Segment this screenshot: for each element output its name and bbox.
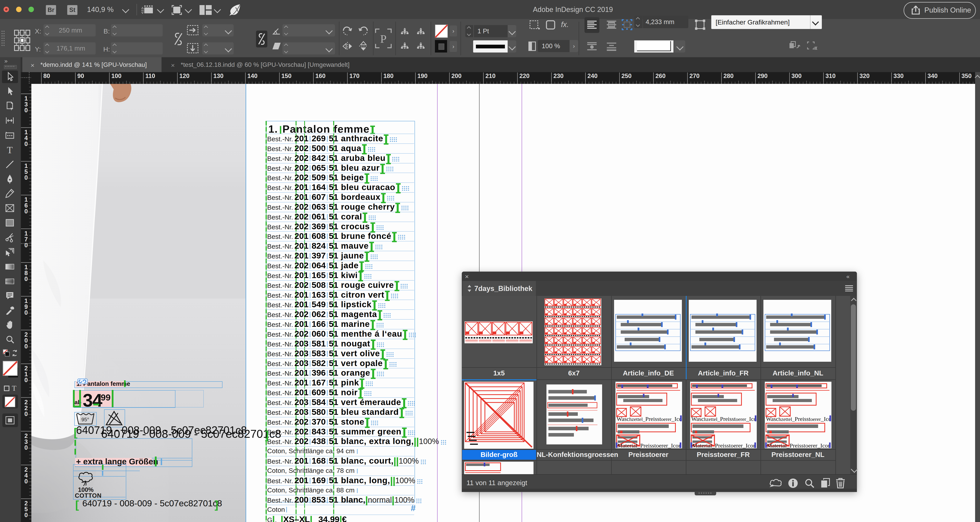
svg-text:0: 0 bbox=[24, 242, 28, 249]
svg-text:200: 200 bbox=[452, 73, 461, 80]
svg-text:0: 0 bbox=[24, 174, 28, 181]
svg-text:170: 170 bbox=[350, 73, 360, 80]
svg-text:110: 110 bbox=[145, 73, 155, 80]
svg-text:90: 90 bbox=[78, 73, 84, 80]
svg-text:310: 310 bbox=[826, 73, 836, 80]
svg-text:0: 0 bbox=[24, 444, 28, 451]
svg-text:160: 160 bbox=[315, 73, 326, 80]
svg-text:190: 190 bbox=[417, 73, 428, 80]
svg-text:280: 280 bbox=[724, 73, 733, 80]
svg-text:0: 0 bbox=[24, 478, 28, 485]
svg-text:230: 230 bbox=[554, 73, 564, 80]
svg-text:Material_Preisstoerer_Icon: Material_Preisstoerer_Icon bbox=[617, 442, 681, 448]
svg-text:220: 220 bbox=[519, 73, 530, 80]
svg-text:210: 210 bbox=[485, 73, 496, 80]
svg-text:Material_Preisstoerer_Icon: Material_Preisstoerer_Icon bbox=[692, 442, 756, 448]
svg-text:0: 0 bbox=[24, 107, 28, 114]
svg-text:0: 0 bbox=[24, 275, 28, 282]
svg-text:0: 0 bbox=[24, 411, 28, 417]
svg-text:320: 320 bbox=[859, 73, 870, 80]
svg-text:100: 100 bbox=[111, 73, 121, 80]
svg-text:290: 290 bbox=[757, 73, 768, 80]
svg-text:120: 120 bbox=[179, 73, 189, 80]
svg-text:80: 80 bbox=[43, 73, 50, 80]
svg-text:0: 0 bbox=[24, 512, 28, 519]
svg-text:T: T bbox=[7, 145, 13, 155]
svg-text:250: 250 bbox=[622, 73, 632, 80]
svg-text:350: 350 bbox=[962, 73, 972, 80]
svg-text:140: 140 bbox=[247, 73, 258, 80]
svg-text:0: 0 bbox=[24, 208, 28, 215]
svg-text:0: 0 bbox=[24, 343, 28, 350]
svg-text:P: P bbox=[380, 32, 387, 45]
svg-text:340: 340 bbox=[928, 73, 938, 80]
svg-text:270: 270 bbox=[689, 73, 700, 80]
svg-text:300: 300 bbox=[791, 73, 802, 80]
svg-text:Waschzettel_Preisstoerer_Icon: Waschzettel_Preisstoerer_Icon bbox=[691, 415, 757, 422]
svg-text:130: 130 bbox=[213, 73, 224, 80]
svg-text:0: 0 bbox=[24, 309, 28, 316]
svg-text:T: T bbox=[12, 384, 16, 392]
svg-text:240: 240 bbox=[587, 73, 598, 80]
svg-text:0: 0 bbox=[24, 140, 28, 147]
svg-text:95°: 95° bbox=[81, 417, 89, 422]
svg-text:330: 330 bbox=[894, 73, 904, 80]
svg-text:260: 260 bbox=[655, 73, 666, 80]
svg-text:150: 150 bbox=[282, 73, 292, 80]
svg-text:Waschzettel_Preisstoerer_Icon: Waschzettel_Preisstoerer_Icon bbox=[617, 415, 682, 422]
svg-text:0: 0 bbox=[24, 377, 28, 384]
svg-text:Material_Preisstoerer_Icon: Material_Preisstoerer_Icon bbox=[767, 442, 831, 448]
svg-text:180: 180 bbox=[383, 73, 394, 80]
svg-text:Waschzettel_Preisstoerer_Icon: Waschzettel_Preisstoerer_Icon bbox=[766, 415, 831, 422]
